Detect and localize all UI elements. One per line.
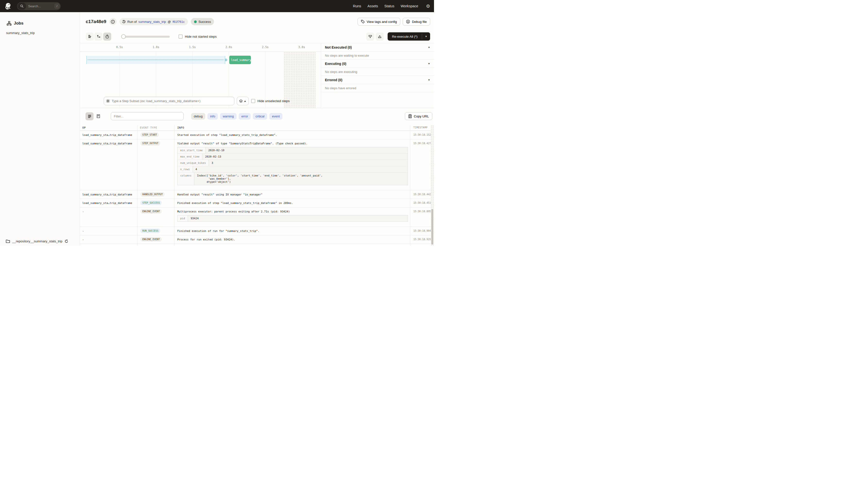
reexecute-all-button[interactable]: Re-execute All (*) ▼ bbox=[388, 32, 430, 40]
view-tags-config-button[interactable]: View tags and config bbox=[358, 18, 400, 26]
tick-label: 2.5s bbox=[262, 46, 269, 49]
timed-view-icon[interactable] bbox=[103, 33, 111, 40]
step-status-panel: Not Executed (0) ▼ No steps are waiting … bbox=[321, 43, 434, 108]
graph-query-toggle-button[interactable]: ▲ bbox=[237, 97, 249, 105]
collapse-caret-icon: ▲ bbox=[244, 100, 246, 102]
layers-icon bbox=[239, 99, 243, 103]
chevron-down-icon: ▼ bbox=[428, 79, 430, 81]
tick-label: 0.5s bbox=[116, 46, 123, 49]
nav-link-assets[interactable]: Assets bbox=[368, 4, 378, 8]
clipboard-icon bbox=[408, 114, 412, 118]
log-row[interactable]: load_summary_sta…trip_dataframe STEP_SUC… bbox=[80, 199, 434, 207]
section-executing[interactable]: Executing (0) ▼ bbox=[321, 60, 434, 68]
zoom-slider-track bbox=[122, 36, 170, 38]
status-badge: Success bbox=[191, 18, 214, 25]
search-placeholder: Search... bbox=[28, 4, 55, 8]
hide-not-started-checkbox-row[interactable]: Hide not started steps bbox=[179, 34, 217, 39]
log-level-chips: debug info warning error critical event bbox=[191, 113, 282, 120]
main-content: c17a48e9 Run of summary_stats_trip @ f61… bbox=[80, 12, 434, 246]
log-row[interactable]: load_summary_sta…trip_dataframe HANDLED_… bbox=[80, 190, 434, 199]
reexecute-all-label[interactable]: Re-execute All (*) bbox=[388, 32, 422, 40]
section-errored[interactable]: Errored (0) ▼ bbox=[321, 76, 434, 84]
repository-row: __repository__summary_stats_trip bbox=[6, 239, 68, 243]
tick-label: 1.0s bbox=[153, 46, 159, 49]
log-row[interactable]: - ENGINE_EVENT Process for run exited (p… bbox=[80, 235, 434, 244]
gantt-chart: 0.5s 1.0s 1.5s 2.0s 2.5s 3.0s load_su bbox=[80, 43, 321, 108]
collapse-down-icon[interactable] bbox=[366, 33, 374, 40]
global-search[interactable]: Search... / bbox=[17, 2, 61, 10]
nav-link-runs[interactable]: Runs bbox=[353, 4, 361, 8]
info-icon[interactable] bbox=[109, 18, 117, 25]
tag-icon bbox=[361, 20, 365, 24]
tick-label: 3.0s bbox=[298, 46, 305, 49]
flat-view-icon[interactable] bbox=[86, 33, 94, 40]
col-header-info: INFO bbox=[175, 125, 410, 131]
log-list-view-icon[interactable] bbox=[86, 112, 93, 120]
job-link[interactable]: summary_stats_trip bbox=[138, 20, 166, 24]
chip-critical[interactable]: critical bbox=[253, 113, 267, 120]
engine-metadata-table: pid93424 bbox=[177, 215, 408, 222]
event-type-pill: ENGINE_EVENT bbox=[141, 209, 162, 214]
log-row[interactable]: - ENGINE_EVENT Multiprocess executor: pa… bbox=[80, 207, 434, 227]
tick-label: 1.5s bbox=[189, 46, 196, 49]
nav-link-status[interactable]: Status bbox=[384, 4, 395, 8]
op-selector-icon bbox=[106, 99, 110, 103]
chip-info[interactable]: info bbox=[208, 113, 218, 120]
settings-gear-icon[interactable]: ⚙ bbox=[426, 4, 430, 8]
zoom-slider-knob[interactable] bbox=[121, 34, 126, 39]
search-shortcut-key: / bbox=[55, 4, 59, 8]
sidebar-item-summary-stats-trip[interactable]: summary_stats_trip bbox=[6, 31, 80, 35]
reload-icon[interactable] bbox=[65, 239, 68, 243]
log-filter-row: debug info warning error critical event … bbox=[86, 112, 432, 121]
col-header-op: OP bbox=[80, 125, 137, 131]
log-filter-input[interactable] bbox=[111, 112, 184, 120]
gantt-timeline-header: 0.5s 1.0s 1.5s 2.0s 2.5s 3.0s bbox=[80, 43, 321, 52]
gantt-step-bar[interactable]: load_summary… bbox=[229, 56, 251, 64]
status-label: Success bbox=[198, 20, 211, 24]
run-of-breadcrumb: Run of summary_stats_trip @ f61f761c bbox=[120, 18, 188, 25]
nav-links: Runs Assets Status Workspace ⚙ bbox=[353, 4, 430, 8]
hide-unselected-checkbox-row[interactable]: Hide unselected steps bbox=[251, 99, 290, 103]
chip-event[interactable]: event bbox=[269, 113, 282, 120]
search-icon bbox=[18, 3, 26, 10]
commit-link[interactable]: f61f761c bbox=[173, 20, 185, 24]
chip-debug[interactable]: debug bbox=[191, 113, 205, 120]
log-table-header: OP EVENT TYPE INFO TIMESTAMP bbox=[80, 125, 434, 131]
reexecute-dropdown-caret[interactable]: ▼ bbox=[422, 32, 430, 40]
section-not-executed-empty: No steps are waiting to execute bbox=[321, 52, 434, 60]
hide-unselected-checkbox[interactable] bbox=[251, 99, 255, 103]
hide-not-started-checkbox[interactable] bbox=[179, 34, 183, 39]
download-icon bbox=[406, 20, 410, 24]
step-waiting-bar bbox=[87, 56, 225, 64]
log-row[interactable]: - RUN_SUCCESS Finished execution of run … bbox=[80, 227, 434, 235]
section-executing-empty: No steps are executing bbox=[321, 68, 434, 76]
history-icon bbox=[122, 20, 126, 24]
nav-link-workspace[interactable]: Workspace bbox=[401, 4, 418, 8]
event-type-pill: HANDLED_OUTPUT bbox=[141, 192, 165, 197]
chip-error[interactable]: error bbox=[239, 113, 251, 120]
top-navbar: Search... / Runs Assets Status Workspace… bbox=[0, 0, 434, 12]
chip-warning[interactable]: warning bbox=[220, 113, 237, 120]
zoom-slider[interactable] bbox=[122, 33, 170, 40]
section-not-executed[interactable]: Not Executed (0) ▼ bbox=[321, 43, 434, 52]
log-row[interactable]: load_summary_sta…trip_dataframe STEP_OUT… bbox=[80, 139, 434, 190]
log-scrollbar-thumb[interactable] bbox=[431, 209, 433, 244]
log-row[interactable]: load_summary_sta…trip_dataframe STEP_STA… bbox=[80, 131, 434, 139]
gantt-section: 0.5s 1.0s 1.5s 2.0s 2.5s 3.0s load_su bbox=[80, 43, 434, 108]
status-dot bbox=[194, 21, 197, 23]
left-sidebar: Jobs summary_stats_trip __repository__su… bbox=[0, 12, 80, 246]
debug-file-button[interactable]: Debug file bbox=[403, 18, 430, 26]
event-type-pill: STEP_OUTPUT bbox=[141, 141, 160, 146]
copy-url-button[interactable]: Copy URL bbox=[405, 112, 432, 120]
log-structured-view-icon[interactable] bbox=[94, 112, 102, 120]
section-errored-empty: No steps have errored bbox=[321, 84, 434, 92]
event-type-pill: STEP_SUCCESS bbox=[141, 201, 162, 205]
expand-up-icon[interactable] bbox=[376, 33, 384, 40]
waterfall-view-icon[interactable] bbox=[94, 33, 102, 40]
dagster-logo-icon[interactable] bbox=[4, 2, 12, 10]
chevron-down-icon: ▼ bbox=[428, 46, 430, 49]
event-type-pill: STEP_START bbox=[141, 133, 159, 137]
log-scrollbar-track[interactable] bbox=[431, 125, 434, 246]
output-metadata-table: min_start_time2020-02-10 max_end_time202… bbox=[177, 147, 408, 185]
step-subset-input[interactable] bbox=[104, 97, 235, 105]
